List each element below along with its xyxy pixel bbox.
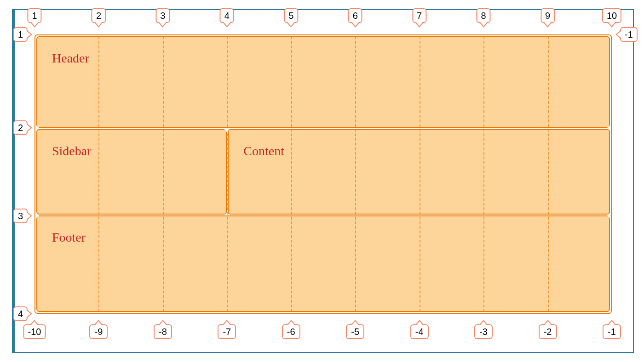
col-marker-bottom: -7 (218, 324, 236, 339)
header-label: Header (52, 51, 89, 65)
col-marker-top: 5 (284, 8, 298, 23)
grid-area-content: Content (228, 129, 610, 215)
row-marker-right: -1 (620, 27, 638, 42)
col-marker-bottom: -3 (474, 324, 493, 339)
col-marker-top: 1 (27, 8, 41, 23)
row-marker-left: 3 (13, 209, 28, 223)
col-marker-top: 6 (348, 8, 362, 23)
col-marker-bottom: -5 (346, 324, 364, 339)
tick-icon (224, 129, 230, 132)
col-marker-bottom: -4 (410, 324, 429, 339)
col-marker-top: 9 (540, 8, 555, 23)
tick-icon (607, 125, 611, 130)
tick-icon (35, 125, 39, 130)
content-label: Content (243, 144, 284, 158)
col-marker-bottom: -1 (603, 324, 621, 339)
col-marker-top: 8 (477, 8, 491, 23)
col-marker-bottom: -6 (282, 324, 300, 339)
col-marker-bottom: -10 (23, 324, 46, 339)
col-marker-top: 7 (412, 8, 426, 23)
col-marker-top: 2 (92, 8, 106, 23)
sidebar-label: Sidebar (52, 144, 92, 158)
grid-area-sidebar: Sidebar (36, 129, 227, 215)
grid-area-footer: Footer (36, 215, 610, 312)
col-marker-top: 10 (602, 8, 621, 23)
grid-diagram: Header Sidebar Content Footer 1234567891… (0, 0, 644, 362)
row-marker-left: 1 (13, 27, 28, 42)
tick-icon (35, 213, 39, 219)
row-marker-left: 4 (13, 306, 28, 321)
col-marker-bottom: -8 (154, 324, 172, 339)
col-marker-bottom: -9 (89, 324, 108, 339)
col-marker-top: 3 (155, 8, 170, 23)
grid-container: Header Sidebar Content Footer (34, 34, 612, 314)
row-marker-left: 2 (13, 120, 28, 135)
footer-label: Footer (52, 230, 86, 244)
col-marker-top: 4 (220, 8, 234, 23)
tick-icon (607, 213, 611, 219)
col-marker-bottom: -2 (539, 324, 557, 339)
grid-area-header: Header (36, 36, 610, 128)
